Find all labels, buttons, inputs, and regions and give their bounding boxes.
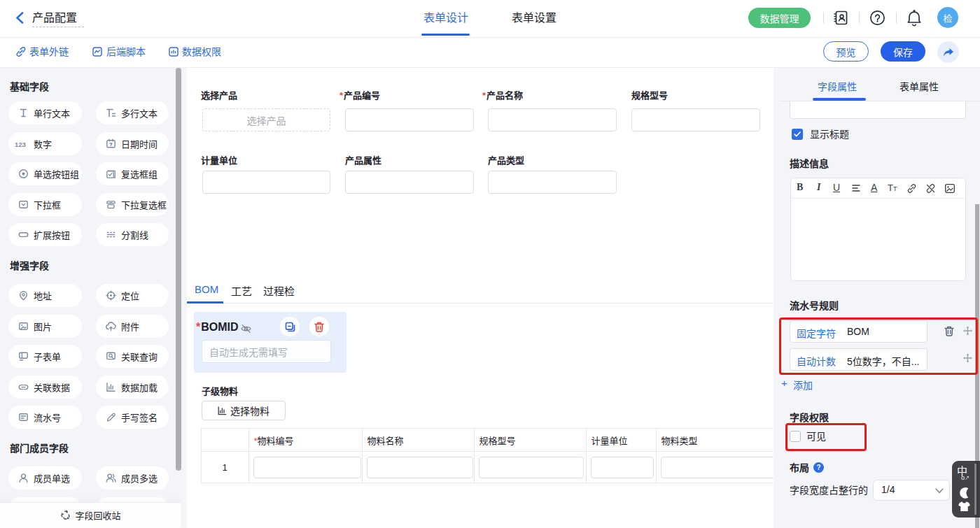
svg-text:123: 123: [15, 140, 26, 148]
